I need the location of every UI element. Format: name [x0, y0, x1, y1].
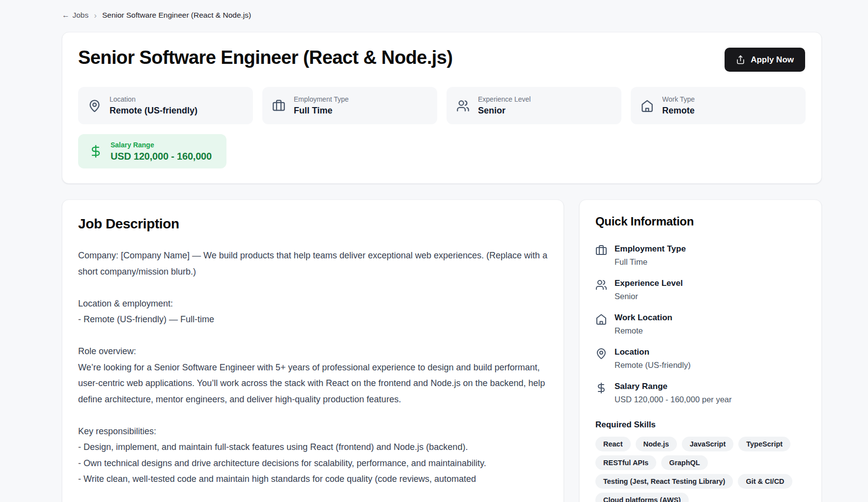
map-pin-icon: [88, 99, 101, 112]
chevron-right-icon: ›: [94, 11, 97, 20]
qi-employment-type-value: Full Time: [615, 257, 686, 267]
work-type-tile: Work Type Remote: [631, 87, 806, 124]
share-upload-icon: [736, 55, 745, 64]
skill-tag: Cloud platforms (AWS): [595, 493, 689, 502]
employment-type-tile: Employment Type Full Time: [262, 87, 437, 124]
breadcrumb: ← Jobs › Senior Software Engineer (React…: [62, 11, 822, 20]
qi-experience-level-label: Experience Level: [615, 279, 683, 288]
qi-location-value: Remote (US-friendly): [615, 361, 691, 370]
job-description-title: Job Description: [78, 216, 548, 232]
skill-tag: GraphQL: [661, 455, 708, 470]
qi-location-label: Location: [615, 347, 691, 357]
location-label: Location: [110, 95, 197, 103]
quick-information-title: Quick Information: [595, 215, 806, 228]
job-header-card: Senior Software Engineer (React & Node.j…: [62, 32, 822, 184]
quick-information-card: Quick Information Employment Type Full T…: [579, 199, 822, 502]
page-container: ← Jobs › Senior Software Engineer (React…: [62, 0, 822, 502]
qi-location: Location Remote (US-friendly): [595, 347, 806, 370]
skill-tag: Git & CI/CD: [738, 474, 792, 489]
salary-range-label: Salary Range: [111, 141, 212, 149]
job-description-card: Job Description Company: [Company Name] …: [62, 199, 564, 502]
briefcase-icon: [272, 99, 285, 112]
qi-work-location: Work Location Remote: [595, 313, 806, 335]
experience-level-label: Experience Level: [478, 95, 531, 103]
dollar-icon: [595, 382, 607, 404]
work-type-value: Remote: [662, 106, 695, 116]
skill-tag: RESTful APIs: [595, 455, 656, 470]
page-title: Senior Software Engineer (React & Node.j…: [78, 47, 806, 68]
job-meta-row: Location Remote (US-friendly) Employment…: [78, 87, 806, 124]
work-type-label: Work Type: [662, 95, 695, 103]
employment-type-value: Full Time: [294, 106, 349, 116]
skill-tag: Node.js: [636, 437, 677, 451]
qi-experience-level-value: Senior: [615, 292, 683, 301]
users-icon: [595, 279, 607, 301]
qi-salary-range-label: Salary Range: [615, 382, 732, 391]
briefcase-icon: [595, 245, 607, 267]
breadcrumb-back-label: Jobs: [73, 11, 89, 20]
required-skills-title: Required Skills: [595, 420, 806, 430]
home-icon: [595, 313, 607, 335]
qi-work-location-value: Remote: [615, 326, 672, 335]
employment-type-label: Employment Type: [294, 95, 349, 103]
experience-level-value: Senior: [478, 106, 531, 116]
skill-tag: React: [595, 437, 631, 451]
qi-salary-range-value: USD 120,000 - 160,000 per year: [615, 395, 732, 404]
qi-experience-level: Experience Level Senior: [595, 279, 806, 301]
apply-now-label: Apply Now: [751, 55, 794, 65]
map-pin-icon: [595, 348, 607, 370]
skill-tag: JavaScript: [682, 437, 733, 451]
experience-level-tile: Experience Level Senior: [447, 87, 621, 124]
home-icon: [641, 99, 654, 112]
dollar-icon: [89, 144, 103, 158]
apply-now-button[interactable]: Apply Now: [725, 48, 805, 72]
qi-salary-range: Salary Range USD 120,000 - 160,000 per y…: [595, 382, 806, 404]
qi-work-location-label: Work Location: [615, 313, 672, 323]
skill-tag: Testing (Jest, React Testing Library): [595, 474, 733, 489]
qi-employment-type: Employment Type Full Time: [595, 244, 806, 267]
location-tile: Location Remote (US-friendly): [78, 87, 253, 124]
back-arrow-icon: ←: [62, 11, 70, 20]
location-value: Remote (US-friendly): [110, 106, 197, 116]
main-content: Job Description Company: [Company Name] …: [62, 199, 822, 502]
job-description-body: Company: [Company Name] — We build produ…: [78, 248, 548, 487]
breadcrumb-current: Senior Software Engineer (React & Node.j…: [102, 11, 251, 20]
users-icon: [456, 99, 470, 112]
required-skills-tags: React Node.js JavaScript TypeScript REST…: [595, 437, 802, 502]
salary-range-tile: Salary Range USD 120,000 - 160,000: [78, 134, 226, 168]
salary-range-value: USD 120,000 - 160,000: [111, 151, 212, 162]
skill-tag: TypeScript: [738, 437, 790, 451]
qi-employment-type-label: Employment Type: [615, 244, 686, 254]
breadcrumb-back-link[interactable]: ← Jobs: [62, 11, 88, 20]
